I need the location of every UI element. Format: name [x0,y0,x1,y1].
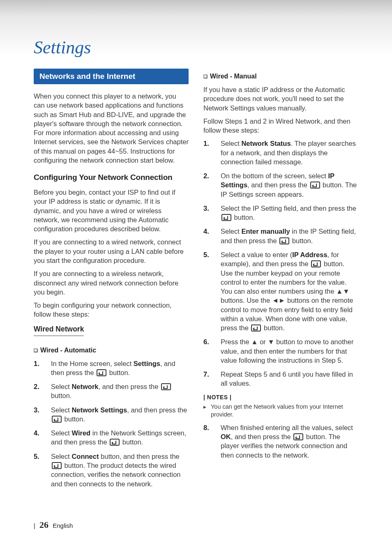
list-item: Select Network Status. The player search… [203,139,358,166]
body-paragraph: Follow Steps 1 and 2 in Wired Network, a… [203,117,358,135]
body-paragraph: If you are connecting to a wireless netw… [34,269,189,297]
enter-button-icon [310,182,320,189]
enter-button-icon [311,260,321,267]
section-heading-bar: Networks and the Internet [34,69,189,84]
footer-divider: | [34,522,35,529]
enter-button-icon [52,462,62,469]
body-paragraph: To begin configuring your network connec… [34,301,189,319]
list-item: Select Enter manually in the IP Setting … [203,227,358,245]
enter-button-icon [52,416,62,423]
list-item: Repeat Steps 5 and 6 until you have fill… [203,370,358,388]
enter-button-icon [221,214,231,221]
list-item: On the bottom of the screen, select IP S… [203,171,358,199]
list-item: Select Wired in the Network Settings scr… [34,428,189,447]
left-column: Networks and the Internet When you conne… [34,69,189,493]
body-paragraph: If you are connecting to a wired network… [34,237,189,265]
note-item: You can get the Network values from your… [203,403,358,419]
right-column: ❏Wired - Manual If you have a static IP … [203,69,358,493]
manual-steps-list: Select Network Status. The player search… [203,139,358,388]
list-item: Select a value to enter (IP Address, for… [203,250,358,332]
sub-heading-text: Wired - Automatic [40,347,96,354]
page-footer: | 26 English [34,520,73,530]
manual-steps-list-cont: When finished entering all the values, s… [203,423,358,460]
enter-button-icon [110,439,120,446]
footer-language: English [53,522,73,529]
wired-manual-heading: ❏Wired - Manual [203,73,358,80]
two-column-layout: Networks and the Internet When you conne… [34,69,358,493]
automatic-steps-list: In the Home screen, select Settings, and… [34,359,189,488]
list-item: In the Home screen, select Settings, and… [34,359,189,377]
wired-automatic-heading: ❏Wired - Automatic [34,347,189,354]
enter-button-icon [279,237,289,244]
page-number: 26 [39,520,48,530]
enter-button-icon [251,324,261,331]
intro-paragraph: When you connect this player to a networ… [34,92,189,165]
list-item: Select Network Settings, and then press … [34,405,189,424]
body-paragraph: Before you begin, contact your ISP to fi… [34,188,189,233]
list-item: Select Connect button, and then press th… [34,452,189,488]
enter-button-icon [97,369,106,376]
list-item: Select the IP Setting field, and then pr… [203,204,358,222]
list-item: Select Network, and then press the butto… [34,382,189,400]
enter-button-icon [161,383,171,390]
square-bullet-icon: ❏ [203,74,208,79]
square-bullet-icon: ❏ [34,348,38,353]
notes-heading: | NOTES | [203,394,358,400]
enter-button-icon [293,433,303,440]
sub-heading-text: Wired - Manual [210,73,257,80]
wired-network-heading: Wired Network [34,325,84,336]
chapter-title: Settings [34,37,358,58]
list-item: Press the ▲ or ▼ button to move to anoth… [203,337,358,365]
body-paragraph: If you have a static IP address or the A… [203,85,358,113]
list-item: When finished entering all the values, s… [203,423,358,460]
subsection-heading: Configuring Your Network Connection [34,173,189,182]
